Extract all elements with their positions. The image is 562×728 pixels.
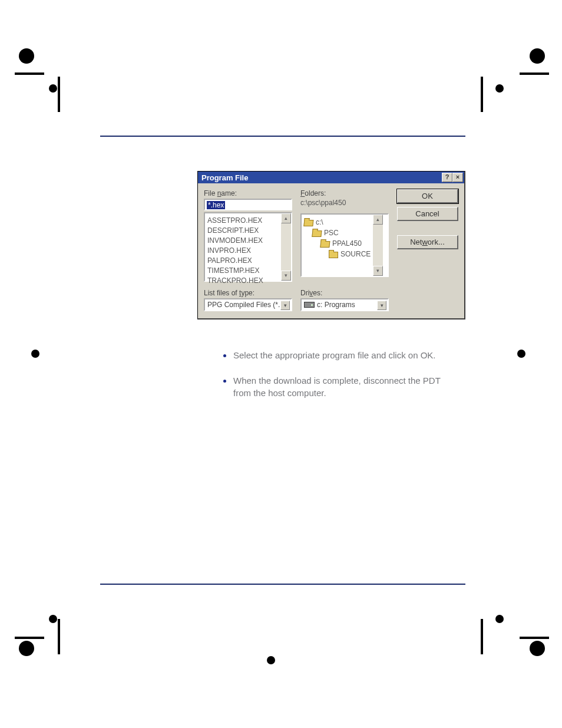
filetype-dropdown[interactable]: PPG Compiled Files (*.H ▾ — [204, 298, 292, 311]
registration-mark-icon — [41, 77, 88, 124]
tree-item[interactable]: c:\ — [304, 217, 371, 228]
list-item[interactable]: DESCRIPT.HEX — [207, 226, 279, 236]
tree-item[interactable]: PPAL450 — [304, 238, 371, 249]
cancel-button[interactable]: Cancel — [397, 207, 458, 221]
rule-bottom — [100, 584, 465, 585]
folder-open-icon — [303, 219, 313, 226]
registration-mark-icon — [476, 607, 523, 654]
registration-mark-icon — [510, 342, 557, 389]
list-item[interactable]: TRACKPRO.HEX — [207, 276, 279, 286]
list-item[interactable]: INVPRO.HEX — [207, 246, 279, 256]
chevron-down-icon[interactable]: ▾ — [377, 301, 386, 310]
registration-mark-icon — [476, 77, 523, 124]
folder-open-icon — [312, 229, 322, 236]
registration-mark-icon — [502, 44, 549, 91]
folder-tree-scrollbar[interactable]: ▴ ▾ — [373, 215, 383, 276]
tree-item[interactable]: PSC — [304, 228, 371, 238]
tree-item[interactable]: SOURCE — [304, 249, 371, 259]
filename-input[interactable]: *.hex — [204, 199, 292, 210]
instruction-list: Select the appropriate program file and … — [210, 348, 457, 411]
svg-rect-14 — [520, 73, 549, 75]
svg-rect-15 — [481, 77, 483, 112]
scroll-up-icon[interactable]: ▴ — [281, 213, 291, 223]
filename-label: File name: — [204, 189, 292, 197]
filetype-value: PPG Compiled Files (*.H — [207, 301, 285, 309]
registration-mark-icon — [15, 637, 62, 684]
registration-mark-icon — [247, 637, 295, 684]
svg-rect-16 — [15, 637, 44, 639]
drive-icon — [304, 302, 315, 308]
file-listbox[interactable]: ASSETPRO.HEX DESCRIPT.HEX INVMODEM.HEX I… — [204, 212, 292, 282]
dialog-title: Program File — [201, 173, 248, 182]
instruction-item: When the download is complete, disconnec… — [233, 373, 457, 399]
drives-label: Drives: — [300, 289, 389, 297]
titlebar[interactable]: Program File ? × — [198, 172, 464, 183]
file-list-scrollbar[interactable]: ▴ ▾ — [281, 213, 291, 281]
network-button[interactable]: Network... — [397, 235, 458, 249]
program-file-dialog: Program File ? × File name: *.hex ASSETP… — [197, 171, 465, 319]
list-item[interactable]: TIMESTMP.HEX — [207, 266, 279, 276]
registration-mark-icon — [502, 637, 549, 684]
filename-value: *.hex — [207, 201, 225, 209]
svg-rect-13 — [58, 77, 60, 112]
svg-rect-18 — [520, 637, 549, 639]
svg-rect-12 — [15, 73, 44, 75]
folders-path: c:\psc\ppal450 — [300, 199, 389, 207]
folder-tree[interactable]: c:\ PSC PPAL450 SOURCE ▴ ▾ — [300, 213, 389, 277]
drives-dropdown[interactable]: c: Programs ▾ — [300, 298, 389, 311]
rule-top — [100, 136, 465, 137]
folder-open-icon — [320, 240, 330, 247]
ok-button[interactable]: OK — [397, 189, 458, 203]
filetype-label: List files of type: — [204, 289, 292, 297]
svg-rect-17 — [58, 619, 60, 654]
list-item[interactable]: ASSETPRO.HEX — [207, 216, 279, 226]
chevron-down-icon[interactable]: ▾ — [280, 301, 290, 310]
registration-mark-icon — [24, 342, 71, 389]
scroll-up-icon[interactable]: ▴ — [373, 215, 383, 225]
drives-value: c: Programs — [317, 301, 355, 309]
list-item[interactable]: PALPRO.HEX — [207, 256, 279, 266]
registration-mark-icon — [41, 607, 88, 654]
close-button[interactable]: × — [452, 173, 463, 182]
scroll-down-icon[interactable]: ▾ — [373, 266, 383, 276]
scroll-down-icon[interactable]: ▾ — [281, 271, 291, 281]
list-item[interactable]: INVMODEM.HEX — [207, 236, 279, 246]
folder-closed-icon — [329, 251, 338, 258]
folders-label: Folders: — [300, 189, 389, 197]
instruction-item: Select the appropriate program file and … — [233, 348, 457, 361]
registration-mark-icon — [15, 44, 62, 91]
help-button[interactable]: ? — [442, 173, 452, 182]
svg-rect-19 — [481, 619, 483, 654]
